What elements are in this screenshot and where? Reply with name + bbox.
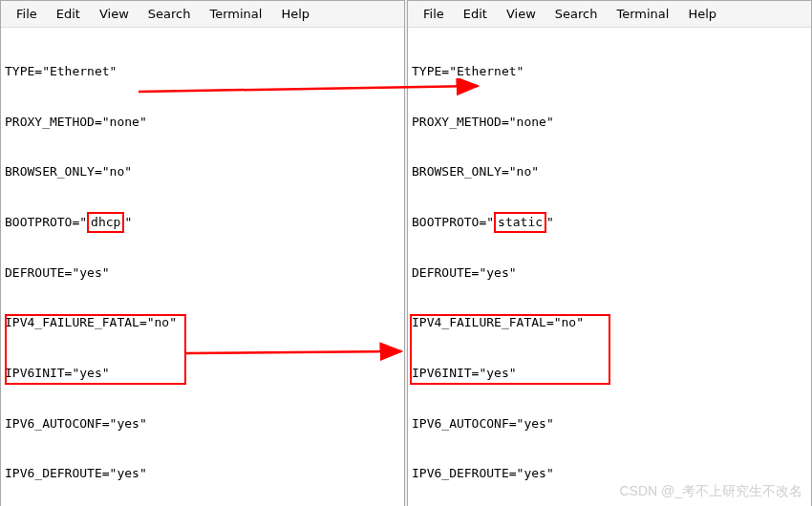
menu-view[interactable]: View	[499, 5, 544, 23]
menu-search[interactable]: Search	[140, 5, 199, 23]
config-line: IPV6_DEFROUTE="yes"	[412, 465, 807, 482]
menu-terminal[interactable]: Terminal	[202, 5, 269, 23]
highlight-empty-region	[5, 314, 186, 385]
terminal-right[interactable]: TYPE="Ethernet" PROXY_METHOD="none" BROW…	[408, 28, 811, 506]
bootproto-prefix: BOOTPROTO="	[5, 215, 87, 229]
bootproto-suffix: "	[124, 215, 132, 229]
config-line: BROWSER_ONLY="no"	[5, 163, 400, 180]
menu-edit[interactable]: Edit	[49, 5, 88, 23]
menu-edit[interactable]: Edit	[456, 5, 495, 23]
config-line: IPV6_DEFROUTE="yes"	[5, 465, 400, 482]
highlight-added-region	[410, 314, 610, 385]
config-line: DEFROUTE="yes"	[5, 264, 400, 282]
config-line: IPV6_AUTOCONF="yes"	[5, 415, 400, 432]
terminal-left[interactable]: TYPE="Ethernet" PROXY_METHOD="none" BROW…	[1, 28, 404, 506]
menu-search[interactable]: Search	[547, 5, 606, 23]
config-line-bootproto: BOOTPROTO="static"	[412, 214, 807, 231]
menu-file[interactable]: File	[416, 5, 452, 23]
config-line-bootproto: BOOTPROTO="dhcp"	[5, 214, 400, 231]
menu-view[interactable]: View	[92, 5, 137, 23]
menu-file[interactable]: File	[9, 5, 45, 23]
menubar: File Edit View Search Terminal Help	[1, 1, 404, 28]
config-line: PROXY_METHOD="none"	[5, 114, 400, 131]
config-line: TYPE="Ethernet"	[412, 63, 807, 80]
terminal-pane-right: File Edit View Search Terminal Help TYPE…	[407, 0, 812, 506]
config-line: BROWSER_ONLY="no"	[412, 163, 807, 180]
config-line: IPV6_AUTOCONF="yes"	[412, 415, 807, 432]
highlight-static: static	[494, 212, 546, 233]
bootproto-suffix: "	[546, 215, 554, 229]
config-line: DEFROUTE="yes"	[412, 264, 807, 282]
menu-terminal[interactable]: Terminal	[609, 5, 676, 23]
config-line: TYPE="Ethernet"	[5, 63, 400, 80]
terminal-pane-left: File Edit View Search Terminal Help TYPE…	[0, 0, 405, 506]
menu-help[interactable]: Help	[273, 5, 317, 23]
config-line: PROXY_METHOD="none"	[412, 114, 807, 131]
bootproto-prefix: BOOTPROTO="	[412, 215, 494, 229]
menubar: File Edit View Search Terminal Help	[408, 1, 811, 28]
menu-help[interactable]: Help	[680, 5, 724, 23]
highlight-dhcp: dhcp	[87, 212, 124, 233]
